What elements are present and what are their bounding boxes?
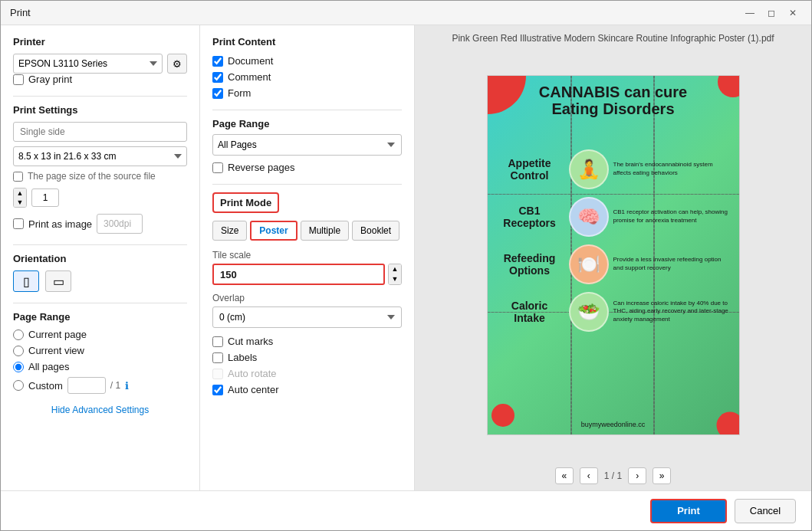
page-range-mid-title: Page Range <box>212 118 402 129</box>
poster-content: CANNABIS can cure Eating Disorders Appet… <box>488 76 739 434</box>
form-label: Form <box>228 87 251 99</box>
cut-marks-checkbox[interactable] <box>212 336 223 347</box>
poster-desc-1: CB1 receptor activation can help, showin… <box>613 208 731 225</box>
print-button[interactable]: Print <box>650 499 727 523</box>
source-file-label: The page size of the source file <box>28 171 156 182</box>
document-checkbox[interactable] <box>212 56 223 67</box>
poster-circle-1: 🧠 <box>569 197 609 237</box>
main-content: Printer EPSON L3110 Series ⚙ Gray print … <box>1 25 811 490</box>
poster-tab[interactable]: Poster <box>250 221 297 241</box>
tile-scale-down-button[interactable]: ▼ <box>389 274 401 284</box>
deco-bottom-left <box>491 404 514 427</box>
auto-center-row: Auto center <box>212 384 402 395</box>
current-view-radio[interactable] <box>13 346 24 356</box>
printer-row: EPSON L3110 Series ⚙ <box>13 54 187 74</box>
custom-radio[interactable] <box>13 380 24 391</box>
tile-scale-input[interactable] <box>212 264 385 285</box>
custom-row: Custom / 1 ℹ <box>13 377 187 394</box>
form-checkbox[interactable] <box>212 88 223 99</box>
current-page: 1 <box>604 470 610 481</box>
bottom-bar: Print Cancel <box>1 490 811 530</box>
poster-main-title-line2: Eating Disorders <box>488 100 739 117</box>
copies-up-button[interactable]: ▲ <box>14 188 26 198</box>
divider-m1 <box>212 110 402 110</box>
auto-center-checkbox[interactable] <box>212 385 223 395</box>
labels-checkbox[interactable] <box>212 352 223 363</box>
print-mode-box: Print Mode <box>212 192 279 213</box>
window-controls: — ◻ ✕ <box>741 5 802 21</box>
current-page-label: Current page <box>28 329 87 340</box>
booklet-tab[interactable]: Booklet <box>352 221 399 241</box>
comment-label: Comment <box>228 71 271 83</box>
poster-section-3: CaloricIntake 🥗 Can increase caloric int… <box>488 289 739 335</box>
auto-rotate-checkbox[interactable] <box>212 369 223 379</box>
first-page-button[interactable]: « <box>555 467 574 484</box>
form-row: Form <box>212 87 402 99</box>
restore-button[interactable]: ◻ <box>762 5 781 21</box>
landscape-button[interactable]: ▭ <box>45 270 71 292</box>
copies-spinner-group: ▲ ▼ <box>13 188 27 208</box>
poster-circle-0: 🧘 <box>569 149 609 189</box>
right-panel: Pink Green Red Illustrative Modern Skinc… <box>415 25 811 490</box>
poster-circle-2: 🍽️ <box>569 244 609 284</box>
dpi-input[interactable] <box>97 214 143 234</box>
poster-title-area: CANNABIS can cure Eating Disorders <box>488 84 739 117</box>
cancel-button[interactable]: Cancel <box>735 499 796 523</box>
hide-advanced-link[interactable]: Hide Advanced Settings <box>13 405 187 415</box>
comment-checkbox[interactable] <box>212 72 223 83</box>
multiple-tab[interactable]: Multiple <box>301 221 349 241</box>
paper-size-select[interactable]: 8.5 x 13 in 21.6 x 33 cm <box>13 146 187 166</box>
tile-scale-spinner: ▲ ▼ <box>388 264 402 285</box>
print-content-title: Print Content <box>212 36 402 48</box>
page-range-mid-select[interactable]: All Pages <box>212 134 402 156</box>
minimize-button[interactable]: — <box>741 5 759 21</box>
last-page-button[interactable]: » <box>653 467 671 484</box>
document-label: Document <box>228 55 273 67</box>
custom-range-input[interactable] <box>67 377 106 394</box>
next-page-button[interactable]: › <box>628 467 646 484</box>
poster-section-0: AppetiteControl 🧘 The brain's endocannab… <box>488 146 739 192</box>
page-range-title-left: Page Range <box>13 311 187 323</box>
mode-tabs: Size Poster Multiple Booklet <box>212 221 402 241</box>
poster-desc-3: Can increase caloric intake by 40% due t… <box>613 300 731 323</box>
size-tab[interactable]: Size <box>212 221 247 241</box>
poster-website: buymyweedonline.cc <box>488 421 739 428</box>
print-content-section: Print Content Document Comment Form <box>212 36 402 99</box>
printer-select[interactable]: EPSON L3110 Series <box>13 54 163 74</box>
gray-print-row: Gray print <box>13 74 187 85</box>
gray-print-checkbox[interactable] <box>13 74 24 85</box>
source-file-checkbox[interactable] <box>13 172 23 182</box>
side-input[interactable] <box>13 122 187 142</box>
page-range-mid-section: Page Range All Pages Reverse pages <box>212 118 402 173</box>
tile-scale-label: Tile scale <box>212 250 402 261</box>
current-page-radio[interactable] <box>13 329 24 340</box>
portrait-button[interactable]: ▯ <box>13 270 39 292</box>
reverse-pages-label: Reverse pages <box>228 162 294 173</box>
source-file-row: The page size of the source file <box>13 171 187 182</box>
print-settings-title: Print Settings <box>13 104 187 116</box>
printer-settings-button[interactable]: ⚙ <box>167 54 187 74</box>
print-dialog: Print — ◻ ✕ Printer EPSON L3110 Series ⚙ <box>0 0 812 531</box>
labels-label: Labels <box>228 352 257 363</box>
tile-scale-up-button[interactable]: ▲ <box>389 264 401 274</box>
print-as-image-row: Print as image <box>13 214 187 234</box>
overlap-label: Overlap <box>212 293 402 303</box>
all-pages-row: All pages <box>13 361 187 372</box>
poster-label-3: CaloricIntake <box>495 300 564 324</box>
page-separator: / <box>612 470 617 481</box>
printer-section: Printer EPSON L3110 Series ⚙ Gray print <box>13 36 187 85</box>
copies-input[interactable] <box>31 188 59 207</box>
print-as-image-checkbox[interactable] <box>13 218 24 229</box>
window-title: Print <box>10 7 31 18</box>
reverse-pages-checkbox[interactable] <box>212 162 223 173</box>
preview-poster: CANNABIS can cure Eating Disorders Appet… <box>487 75 740 435</box>
print-mode-section: Print Mode Size Poster Multiple Booklet … <box>212 192 402 395</box>
prev-page-button[interactable]: ‹ <box>580 467 598 484</box>
all-pages-radio[interactable] <box>13 362 24 372</box>
copies-down-button[interactable]: ▼ <box>14 198 26 207</box>
overlap-select[interactable]: 0 (cm) <box>212 306 402 328</box>
auto-rotate-label: Auto rotate <box>228 368 277 379</box>
close-button[interactable]: ✕ <box>784 5 802 21</box>
poster-circle-3: 🥗 <box>569 292 609 332</box>
title-bar: Print — ◻ ✕ <box>1 1 811 25</box>
